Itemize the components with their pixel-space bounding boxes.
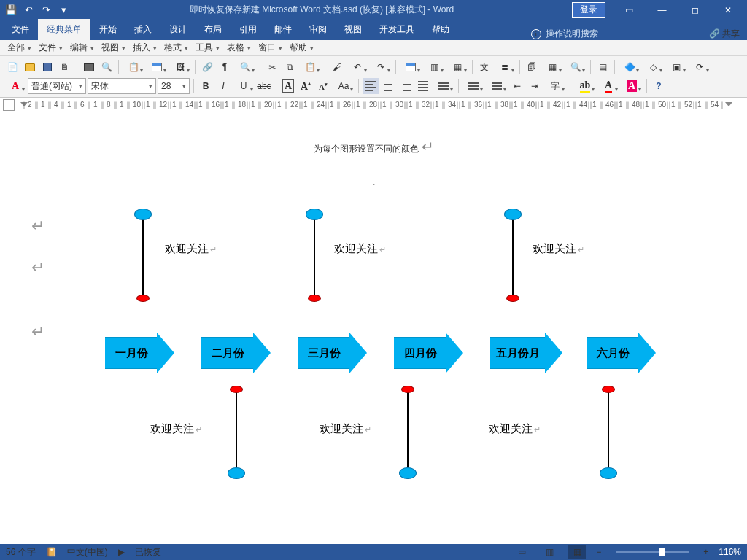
tab-insert[interactable]: 插入	[125, 19, 160, 40]
share-button[interactable]: 🔗 共享	[709, 28, 740, 40]
save-all-icon[interactable]: 🗎	[57, 59, 73, 75]
tellme-input[interactable]: 操作说明搜索	[546, 28, 598, 40]
grow-font-icon[interactable]: A▴	[298, 78, 314, 94]
char-shading-icon[interactable]: A	[621, 78, 643, 94]
shading-icon[interactable]: ▦	[541, 59, 563, 75]
read-mode-icon[interactable]: ▭	[513, 545, 530, 559]
language-status[interactable]: 中文(中国)	[67, 546, 108, 559]
tab-selector-icon[interactable]	[3, 99, 15, 111]
change-case-icon[interactable]: Aa	[333, 78, 355, 94]
horizontal-ruler[interactable]: ｜2｜｜1｜｜4｜｜1｜｜6｜｜1｜｜8｜｜1｜｜10｜｜1｜｜12｜｜1｜｜1…	[0, 98, 747, 112]
shape-fill-icon[interactable]: 🔷	[619, 59, 640, 75]
font-color-icon[interactable]: A	[597, 78, 619, 94]
underline-button[interactable]: U	[233, 78, 255, 94]
arrow-shape[interactable]: 一月份	[95, 337, 174, 369]
increase-indent-icon[interactable]: ⇥	[527, 78, 543, 94]
tab-design[interactable]: 设计	[160, 19, 196, 40]
save-icon[interactable]	[39, 59, 55, 75]
numbering-icon[interactable]	[486, 78, 508, 94]
asian-layout-icon[interactable]: 字	[544, 78, 566, 94]
decrease-indent-icon[interactable]: ⇤	[509, 78, 525, 94]
web-layout-icon[interactable]: ▦	[568, 545, 586, 559]
char-border-icon[interactable]: A	[280, 78, 296, 94]
menu-table[interactable]: 表格	[224, 42, 254, 54]
maximize-button[interactable]: ◻	[678, 0, 711, 20]
pin-shape[interactable]	[314, 214, 315, 298]
find-icon[interactable]: 🔍	[565, 59, 587, 75]
word-count[interactable]: 56 个字	[6, 546, 36, 559]
open-icon[interactable]	[22, 59, 38, 75]
menu-edit[interactable]: 编辑	[67, 42, 97, 54]
copy-icon[interactable]: ⧉	[282, 59, 298, 75]
align-center-icon[interactable]	[380, 78, 396, 94]
spellcheck-icon[interactable]: 📔	[46, 547, 57, 557]
undo-icon[interactable]: ↶	[20, 2, 36, 18]
columns-icon[interactable]: ▥	[423, 59, 445, 75]
zoom-slider[interactable]	[616, 551, 689, 553]
ribbon-options-icon[interactable]: ▭	[613, 0, 646, 20]
highlight-icon[interactable]: ab	[574, 78, 596, 94]
save-icon[interactable]: 💾	[3, 2, 19, 18]
sort-icon[interactable]: 🗐	[524, 59, 540, 75]
arrange-icon[interactable]: ▣	[665, 59, 687, 75]
close-button[interactable]: ✕	[711, 0, 744, 20]
arrow-shape[interactable]: 二月份	[191, 337, 271, 369]
undo2-icon[interactable]: ↶	[347, 59, 368, 75]
bullets-icon[interactable]	[462, 78, 484, 94]
rotate-icon[interactable]: ⟳	[689, 59, 711, 75]
tab-mail[interactable]: 邮件	[266, 19, 301, 40]
menu-all[interactable]: 全部	[4, 42, 34, 54]
arrow-shape[interactable]: 六月份	[576, 337, 656, 369]
zoom-icon[interactable]: 🔍	[234, 59, 256, 75]
new-doc-icon[interactable]: 📄	[4, 59, 20, 75]
pin-shape[interactable]	[512, 214, 514, 298]
align-left-icon[interactable]	[363, 78, 379, 94]
pin-shape[interactable]	[236, 389, 237, 473]
toc-icon[interactable]: ▤	[595, 59, 611, 75]
borders-icon[interactable]: ▦	[446, 59, 468, 75]
arrow-shape[interactable]: 三月份	[287, 337, 367, 369]
redo-icon[interactable]: ↷	[38, 2, 54, 18]
tab-file[interactable]: 文件	[3, 19, 38, 40]
line-spacing-icon[interactable]: ≣	[494, 59, 516, 75]
menu-file[interactable]: 文件	[36, 42, 66, 54]
print-layout-icon[interactable]: ▥	[541, 545, 558, 559]
menu-format[interactable]: 格式	[161, 42, 191, 54]
style-combo[interactable]: 普通(网站)▾	[28, 78, 86, 94]
shrink-font-icon[interactable]: A▾	[315, 78, 331, 94]
table-icon[interactable]	[146, 59, 168, 75]
paste-icon[interactable]: 📋	[123, 59, 144, 75]
font-combo[interactable]: 宋体▾	[88, 78, 156, 94]
tab-view[interactable]: 视图	[336, 19, 371, 40]
tab-references[interactable]: 引用	[231, 19, 266, 40]
tab-review[interactable]: 审阅	[301, 19, 336, 40]
menu-window[interactable]: 窗口	[255, 42, 285, 54]
tab-layout[interactable]: 布局	[196, 19, 231, 40]
pin-shape[interactable]	[142, 214, 144, 298]
minimize-button[interactable]: —	[646, 0, 678, 20]
image-icon[interactable]: 🖼	[169, 59, 191, 75]
clipboard-icon[interactable]: 📋	[299, 59, 321, 75]
zoom-level[interactable]: 116%	[719, 547, 741, 557]
pin-shape[interactable]	[608, 389, 609, 473]
tab-help[interactable]: 帮助	[423, 19, 458, 40]
tab-developer[interactable]: 开发工具	[371, 19, 423, 40]
arrow-shape[interactable]: 五月份月	[480, 337, 562, 369]
pin-shape[interactable]	[407, 389, 409, 473]
hyperlink-icon[interactable]: 🔗	[199, 59, 215, 75]
tab-home[interactable]: 开始	[90, 19, 125, 40]
align-justify-icon[interactable]	[415, 78, 431, 94]
align-right-icon[interactable]	[398, 78, 414, 94]
login-button[interactable]: 登录	[572, 2, 605, 18]
document-area[interactable]: 为每个图形设置不同的颜色↵ · ↵ ↵ ↵ 欢迎关注欢迎关注欢迎关注欢迎关注欢迎…	[0, 112, 747, 544]
menu-view[interactable]: 视图	[98, 42, 128, 54]
help-icon[interactable]: ?	[651, 78, 667, 94]
zoom-in-button[interactable]: +	[703, 547, 708, 557]
menu-tools[interactable]: 工具	[193, 42, 222, 54]
menu-insert[interactable]: 插入	[130, 42, 160, 54]
format-painter-icon[interactable]: 🖌	[329, 59, 345, 75]
right-indent-marker[interactable]	[725, 102, 732, 106]
cut-icon[interactable]: ✂	[264, 59, 280, 75]
distribute-icon[interactable]	[433, 78, 454, 94]
menu-help[interactable]: 帮助	[287, 42, 317, 54]
